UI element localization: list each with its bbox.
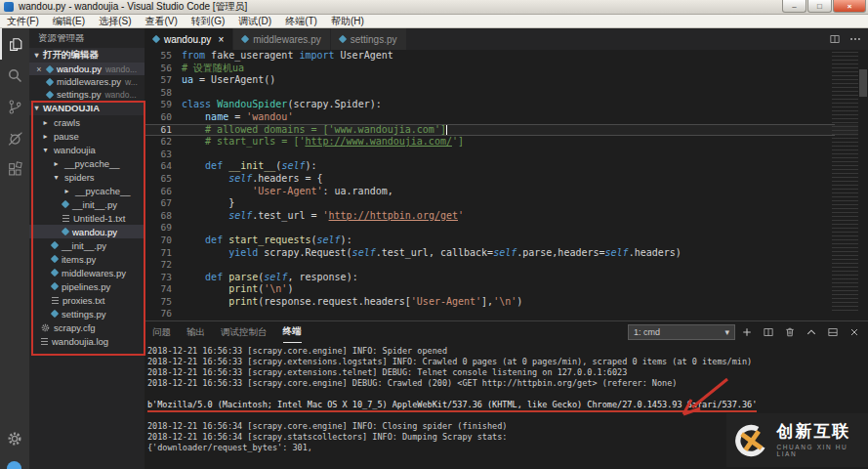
chevron-right-icon: ▸ xyxy=(62,187,71,195)
tree-item-__pycache__[interactable]: ▸__pycache__ xyxy=(29,184,145,197)
code-line-66[interactable]: 66 'User-Agent': ua.random, xyxy=(145,186,868,198)
tree-item-pause[interactable]: ▸pause xyxy=(29,129,145,143)
python-file-icon xyxy=(46,64,54,72)
menu-item[interactable]: 选择(S) xyxy=(92,15,138,27)
close-panel-icon[interactable] xyxy=(848,326,860,338)
line-number: 56 xyxy=(145,63,179,75)
tree-item-__init__.py[interactable]: __init__.py xyxy=(29,197,145,211)
maximize-button[interactable]: □ xyxy=(807,0,832,13)
tree-item-spiders[interactable]: ▾spiders xyxy=(29,170,145,184)
code-line-56[interactable]: 56# 设置随机ua xyxy=(145,63,868,75)
menu-item[interactable]: 文件(F) xyxy=(0,15,46,27)
open-editor-item[interactable]: settings.pywando... xyxy=(29,88,145,101)
code-line-61[interactable]: 61 # allowed_domains = ['www.wandoujia.c… xyxy=(145,124,868,137)
code-line-75[interactable]: 75 print(response.request.headers['User-… xyxy=(145,296,868,309)
tree-item-proxies.txt[interactable]: proxies.txt xyxy=(29,293,145,307)
code-line-68[interactable]: 68 self.test_url = 'http://httpbin.org/g… xyxy=(145,210,868,223)
tree-item-wandoujia.log[interactable]: wandoujia.log xyxy=(29,334,145,348)
source-control-icon[interactable] xyxy=(0,91,29,122)
tree-item-scrapy.cfg[interactable]: scrapy.cfg xyxy=(29,320,145,334)
tabs: wandou.py×middlewares.pysettings.py xyxy=(145,28,407,50)
panel-tab-终端[interactable]: 终端 xyxy=(283,321,302,343)
panel-tab-调试控制台[interactable]: 调试控制台 xyxy=(221,321,268,343)
panel-tab-问题[interactable]: 问题 xyxy=(152,321,171,343)
code-line-55[interactable]: 55from fake_useragent import UserAgent xyxy=(145,50,868,63)
maximize-panel-icon[interactable] xyxy=(806,326,817,338)
settings-gear-icon[interactable] xyxy=(0,426,29,451)
code-line-70[interactable]: 70 def start_requests(self): xyxy=(145,234,868,247)
code-line-76[interactable]: 76 xyxy=(145,308,868,320)
split-editor-icon[interactable] xyxy=(829,33,841,45)
line-number: 70 xyxy=(145,234,179,247)
extensions-icon[interactable] xyxy=(0,153,29,185)
code-line-71[interactable]: 71 yield scrapy.Request(self.test_url, c… xyxy=(145,247,868,260)
code-line-72[interactable]: 72 xyxy=(145,259,868,272)
tree-item-wandou.py[interactable]: wandou.py xyxy=(29,225,145,238)
python-file-icon xyxy=(51,255,59,263)
menu-item[interactable]: 帮助(H) xyxy=(324,15,371,27)
more-actions-icon[interactable] xyxy=(848,32,862,46)
close-button[interactable]: × xyxy=(833,0,866,13)
open-editors-section[interactable]: ▾ 打开的编辑器 xyxy=(29,48,145,63)
minimap[interactable] xyxy=(832,52,858,312)
search-icon[interactable] xyxy=(0,60,29,91)
chevron-right-icon: ▸ xyxy=(52,159,61,168)
tree-item-items.py[interactable]: items.py xyxy=(29,252,145,266)
line-number: 74 xyxy=(145,283,179,296)
code-line-69[interactable]: 69 xyxy=(145,222,868,234)
panel-tabs: 问题输出调试控制台终端 xyxy=(152,321,302,343)
notification-badge xyxy=(7,461,21,469)
split-terminal-icon[interactable] xyxy=(763,326,774,338)
code-line-64[interactable]: 64 def __init__(self): xyxy=(145,160,868,173)
minimize-button[interactable]: – xyxy=(782,0,806,13)
editor-tab-settings.py[interactable]: settings.py xyxy=(331,28,407,50)
scrollbar-thumb[interactable] xyxy=(859,69,867,97)
tree-item-Untitled-1.txt[interactable]: Untitled-1.txt xyxy=(29,211,145,225)
panel-tab-输出[interactable]: 输出 xyxy=(186,321,205,343)
code-line-62[interactable]: 62 # start_urls = ['http://www.wandoujia… xyxy=(145,136,868,149)
new-terminal-icon[interactable] xyxy=(741,326,753,338)
python-file-icon xyxy=(46,90,54,98)
code-line-59[interactable]: 59class WandouSpider(scrapy.Spider): xyxy=(145,99,868,111)
line-number: 59 xyxy=(145,99,179,111)
explorer-icon[interactable] xyxy=(0,28,29,60)
code-line-60[interactable]: 60 name = 'wandou' xyxy=(145,111,868,124)
kill-terminal-icon[interactable] xyxy=(784,326,796,338)
line-number: 65 xyxy=(145,173,179,186)
project-section[interactable]: ▾ WANDOUJIA xyxy=(29,101,145,115)
menu-item[interactable]: 转到(G) xyxy=(185,15,231,27)
close-icon[interactable]: × xyxy=(218,34,224,45)
menu-item[interactable]: 终端(T) xyxy=(278,15,324,27)
project-label: WANDOUJIA xyxy=(43,103,100,113)
editor-tab-wandou.py[interactable]: wandou.py× xyxy=(145,28,233,50)
terminal-line: 2018-12-21 16:56:33 [scrapy.extensions.l… xyxy=(147,357,860,367)
open-editor-item[interactable]: middlewares.pyw... xyxy=(29,75,145,88)
code-line-74[interactable]: 74 print('\n') xyxy=(145,283,868,296)
code-line-57[interactable]: 57ua = UserAgent() xyxy=(145,74,868,87)
code-line-73[interactable]: 73 def parse(self, response): xyxy=(145,272,868,284)
menu-item[interactable]: 查看(V) xyxy=(138,15,184,27)
code-line-65[interactable]: 65 self.headers = { xyxy=(145,173,868,186)
tree-item-wandoujia[interactable]: ▾wandoujia xyxy=(29,143,145,156)
watermark-logo: 创新互联 CHUANG XIN HU LIAN xyxy=(726,413,868,467)
tree-item-middlewares.py[interactable]: middlewares.py xyxy=(29,266,145,279)
editor-scrollbar[interactable] xyxy=(858,50,868,320)
menu-item[interactable]: 编辑(E) xyxy=(46,15,92,27)
tree-item-__init__.py[interactable]: __init__.py xyxy=(29,238,145,252)
tree-item-pipelines.py[interactable]: pipelines.py xyxy=(29,279,145,293)
tree-item-crawls[interactable]: ▸crawls xyxy=(29,115,145,129)
editor-tab-middlewares.py[interactable]: middlewares.py xyxy=(233,28,330,50)
code-line-63[interactable]: 63 xyxy=(145,149,868,161)
terminal-select[interactable]: 1: cmd ▾ xyxy=(628,324,735,340)
tree-item-settings.py[interactable]: settings.py xyxy=(29,307,145,320)
line-number: 61 xyxy=(145,124,179,137)
open-editor-item[interactable]: ×wandou.pywando... xyxy=(29,63,145,75)
code-line-58[interactable]: 58 xyxy=(145,87,868,100)
close-icon[interactable]: × xyxy=(35,64,43,74)
code-line-67[interactable]: 67 } xyxy=(145,197,868,210)
tree-item-__pycache__[interactable]: ▸__pycache__ xyxy=(29,156,145,170)
code-editor[interactable]: 55from fake_useragent import UserAgent56… xyxy=(145,50,868,320)
menu-item[interactable]: 调试(D) xyxy=(231,15,278,27)
debug-icon[interactable] xyxy=(0,122,29,153)
move-panel-icon[interactable] xyxy=(827,326,839,338)
